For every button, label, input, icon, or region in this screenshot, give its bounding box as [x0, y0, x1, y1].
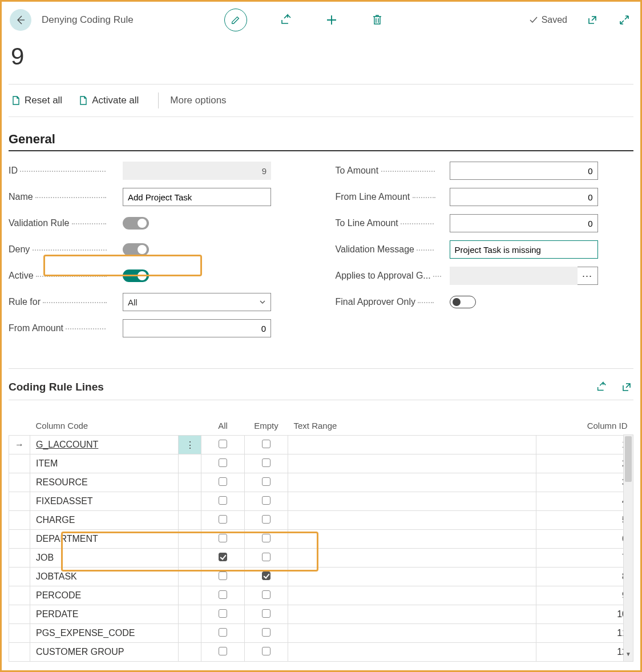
share-button[interactable]	[279, 13, 293, 27]
row-actions[interactable]	[179, 530, 201, 549]
row-actions[interactable]	[179, 454, 201, 473]
row-actions[interactable]	[179, 643, 201, 662]
col-column-id[interactable]: Column ID	[536, 416, 633, 436]
checkbox-empty[interactable]	[262, 515, 270, 524]
row-actions[interactable]	[179, 473, 201, 492]
cell-empty[interactable]	[245, 643, 288, 662]
cell-all[interactable]	[201, 492, 245, 511]
checkbox-empty[interactable]	[262, 496, 270, 505]
col-text-range[interactable]: Text Range	[288, 416, 536, 436]
col-empty[interactable]: Empty	[245, 416, 288, 436]
row-actions[interactable]	[179, 549, 201, 568]
checkbox-empty[interactable]	[262, 609, 270, 618]
scrollbar-thumb[interactable]	[625, 436, 632, 482]
cell-all[interactable]	[201, 530, 245, 549]
checkbox-all[interactable]	[219, 609, 227, 618]
row-selector[interactable]: →	[9, 436, 30, 454]
checkbox-all[interactable]	[219, 515, 227, 524]
cell-text-range[interactable]	[288, 605, 536, 624]
table-row[interactable]: JOB7	[9, 549, 633, 568]
cell-column-code[interactable]: PGS_EXPENSE_CODE	[30, 624, 179, 643]
cell-column-code[interactable]: FIXEDASSET	[30, 492, 179, 511]
scrollbar-down[interactable]: ▼	[624, 651, 633, 661]
cell-empty[interactable]	[245, 549, 288, 568]
cell-text-range[interactable]	[288, 436, 536, 454]
table-row[interactable]: CHARGE5	[9, 511, 633, 530]
table-row[interactable]: RESOURCE3	[9, 473, 633, 492]
more-options-action[interactable]: More options	[170, 95, 226, 106]
cell-empty[interactable]	[245, 530, 288, 549]
table-row[interactable]: ITEM2	[9, 454, 633, 473]
cell-text-range[interactable]	[288, 511, 536, 530]
row-selector[interactable]	[9, 454, 30, 473]
cell-column-code[interactable]: JOB	[30, 549, 179, 568]
row-actions[interactable]: ⋮	[179, 436, 201, 454]
lines-share-button[interactable]	[595, 380, 608, 394]
col-code[interactable]: Column Code	[30, 416, 179, 436]
cell-all[interactable]	[201, 436, 245, 454]
checkbox-all[interactable]	[219, 496, 227, 505]
row-actions[interactable]	[179, 605, 201, 624]
edit-button[interactable]	[224, 9, 247, 31]
checkbox-all[interactable]	[219, 647, 227, 655]
cell-column-code[interactable]: ITEM	[30, 454, 179, 473]
cell-empty[interactable]	[245, 624, 288, 643]
cell-empty[interactable]	[245, 568, 288, 586]
cell-all[interactable]	[201, 511, 245, 530]
table-row[interactable]: PERDATE10	[9, 605, 633, 624]
popout-button[interactable]	[586, 13, 599, 27]
field-approval-group[interactable]	[450, 267, 578, 285]
cell-text-range[interactable]	[288, 624, 536, 643]
row-actions[interactable]	[179, 492, 201, 511]
activate-all-action[interactable]: Activate all	[78, 95, 139, 106]
checkbox-empty[interactable]	[262, 590, 270, 599]
row-selector[interactable]	[9, 643, 30, 662]
cell-all[interactable]	[201, 586, 245, 605]
cell-empty[interactable]	[245, 436, 288, 454]
checkbox-empty[interactable]	[262, 458, 270, 467]
row-selector[interactable]	[9, 473, 30, 492]
col-all[interactable]: All	[201, 416, 245, 436]
cell-text-range[interactable]	[288, 454, 536, 473]
checkbox-all[interactable]	[219, 534, 227, 542]
cell-text-range[interactable]	[288, 530, 536, 549]
checkbox-empty[interactable]	[262, 553, 270, 561]
checkbox-empty[interactable]	[262, 628, 270, 637]
cell-empty[interactable]	[245, 605, 288, 624]
field-name[interactable]	[123, 188, 271, 206]
cell-column-code[interactable]: PERDATE	[30, 605, 179, 624]
checkbox-empty[interactable]	[262, 572, 270, 580]
select-rule-for[interactable]: All	[123, 293, 271, 311]
cell-empty[interactable]	[245, 492, 288, 511]
row-actions[interactable]	[179, 586, 201, 605]
cell-all[interactable]	[201, 568, 245, 586]
field-to-amount[interactable]	[450, 162, 598, 180]
checkbox-empty[interactable]	[262, 647, 270, 655]
table-row[interactable]: PERCODE9	[9, 586, 633, 605]
checkbox-all[interactable]	[219, 628, 227, 637]
row-selector[interactable]	[9, 530, 30, 549]
table-row[interactable]: CUSTOMER GROUP12	[9, 643, 633, 662]
field-from-amount[interactable]	[123, 319, 271, 337]
cell-empty[interactable]	[245, 454, 288, 473]
field-validation-message[interactable]	[450, 240, 598, 259]
checkbox-empty[interactable]	[262, 477, 270, 486]
row-selector[interactable]	[9, 605, 30, 624]
delete-button[interactable]	[370, 13, 384, 27]
lookup-approval-group-button[interactable]: ···	[578, 267, 598, 285]
checkbox-all[interactable]	[219, 440, 227, 448]
cell-text-range[interactable]	[288, 549, 536, 568]
cell-column-code[interactable]: G_LACCOUNT	[30, 436, 179, 454]
field-to-line-amount[interactable]	[450, 214, 598, 232]
cell-column-code[interactable]: PERCODE	[30, 586, 179, 605]
checkbox-empty[interactable]	[262, 534, 270, 542]
cell-text-range[interactable]	[288, 492, 536, 511]
cell-column-code[interactable]: RESOURCE	[30, 473, 179, 492]
cell-empty[interactable]	[245, 511, 288, 530]
cell-column-code[interactable]: DEPARTMENT	[30, 530, 179, 549]
cell-column-code[interactable]: CUSTOMER GROUP	[30, 643, 179, 662]
table-row[interactable]: DEPARTMENT6	[9, 530, 633, 549]
lines-scrollbar[interactable]: ▼	[623, 434, 633, 662]
expand-button[interactable]	[617, 13, 631, 27]
field-from-line-amount[interactable]	[450, 188, 598, 206]
